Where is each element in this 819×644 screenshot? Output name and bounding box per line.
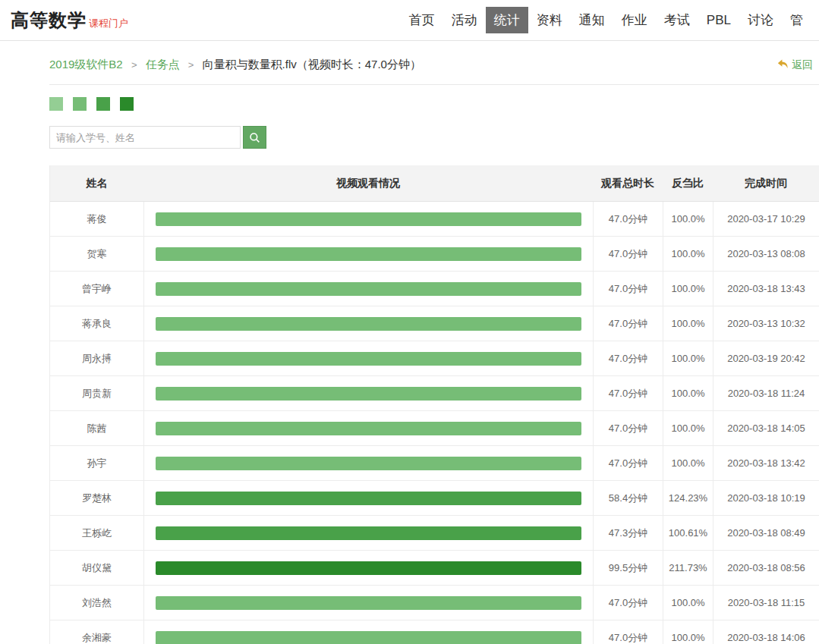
watch-duration: 47.0分钟 [593, 341, 663, 375]
table-header: 姓名视频观看情况观看总时长反刍比完成时间 [50, 165, 819, 202]
progress-bar [156, 492, 581, 505]
table-row: 蒋俊47.0分钟100.0%2020-03-17 10:29 [50, 202, 819, 237]
student-name: 周永搏 [50, 341, 143, 375]
completion-time: 2020-03-17 10:29 [713, 202, 819, 236]
breadcrumb-section-link[interactable]: 任务点 [146, 58, 180, 71]
table-row: 胡仪黛99.5分钟211.73%2020-03-18 08:56 [50, 551, 819, 586]
progress-bar [156, 247, 581, 261]
table-row: 王栎屹47.3分钟100.61%2020-03-18 08:49 [50, 516, 819, 551]
nav-item[interactable]: 首页 [401, 7, 443, 33]
rumination-ratio: 100.0% [663, 411, 713, 445]
search-bar [49, 126, 819, 149]
column-header: 反刍比 [663, 177, 713, 190]
student-name: 曾宇峥 [50, 272, 143, 306]
watch-progress-cell [143, 237, 593, 271]
student-name: 蒋俊 [50, 202, 143, 236]
completion-time: 2020-03-18 13:43 [713, 272, 819, 306]
progress-bar [156, 457, 581, 470]
watch-progress-cell [143, 341, 593, 375]
student-name: 贺寒 [50, 237, 143, 271]
completion-time: 2020-03-18 14:05 [713, 411, 819, 445]
progress-bar [156, 561, 581, 575]
nav-item[interactable]: 活动 [443, 7, 486, 33]
legend-swatch [73, 97, 87, 111]
watch-progress-cell [143, 202, 593, 236]
site-logo[interactable]: 高等数学 课程门户 [11, 8, 128, 33]
progress-legend [49, 97, 819, 111]
watch-duration: 47.0分钟 [593, 411, 663, 445]
watch-duration: 47.0分钟 [593, 620, 663, 644]
watch-duration: 47.0分钟 [593, 306, 663, 341]
table-row: 曾宇峥47.0分钟100.0%2020-03-18 13:43 [50, 272, 819, 306]
search-input[interactable] [49, 126, 241, 149]
watch-duration: 58.4分钟 [593, 481, 663, 515]
progress-bar [156, 212, 581, 226]
back-arrow-icon [777, 58, 789, 72]
watch-progress-cell [143, 411, 593, 445]
breadcrumb-trail: 2019级软件B2 > 任务点 > 向量积与数量积.flv（视频时长：47.0分… [49, 58, 421, 72]
breadcrumb: 2019级软件B2 > 任务点 > 向量积与数量积.flv（视频时长：47.0分… [49, 41, 819, 85]
table-row: 周贵新47.0分钟100.0%2020-03-18 11:24 [50, 376, 819, 411]
table-row: 周永搏47.0分钟100.0%2020-03-19 20:42 [50, 341, 819, 376]
watch-duration: 47.0分钟 [593, 446, 663, 480]
watch-duration: 47.0分钟 [593, 237, 663, 271]
table-row: 孙宇47.0分钟100.0%2020-03-18 13:42 [50, 446, 819, 481]
table-row: 余湘豪47.0分钟100.0%2020-03-18 14:06 [50, 620, 819, 644]
completion-time: 2020-03-18 10:19 [713, 481, 819, 515]
nav-item[interactable]: 通知 [571, 7, 613, 33]
rumination-ratio: 100.0% [663, 272, 713, 306]
student-name: 王栎屹 [50, 516, 143, 550]
column-header: 姓名 [50, 177, 143, 190]
completion-time: 2020-03-18 08:56 [713, 551, 819, 585]
completion-time: 2020-03-18 14:06 [713, 620, 819, 644]
watch-progress-cell [143, 306, 593, 341]
nav-item[interactable]: PBL [698, 8, 739, 33]
search-button[interactable] [243, 126, 266, 149]
nav-item[interactable]: 作业 [613, 7, 656, 33]
legend-swatch [120, 97, 134, 111]
completion-time: 2020-03-18 11:24 [713, 376, 819, 410]
table-row: 罗楚林58.4分钟124.23%2020-03-18 10:19 [50, 481, 819, 516]
rumination-ratio: 124.23% [663, 481, 713, 515]
table-row: 陈茜47.0分钟100.0%2020-03-18 14:05 [50, 411, 819, 446]
watch-progress-cell [143, 620, 593, 644]
watch-progress-cell [143, 551, 593, 585]
top-nav: 首页活动统计资料通知作业考试PBL讨论管 [401, 7, 811, 33]
watch-progress-cell [143, 586, 593, 620]
nav-item[interactable]: 资料 [528, 7, 571, 33]
watch-duration: 47.0分钟 [593, 376, 663, 410]
progress-bar [156, 596, 581, 610]
nav-item[interactable]: 统计 [486, 7, 528, 33]
legend-swatch [96, 97, 110, 111]
breadcrumb-class-link[interactable]: 2019级软件B2 [49, 58, 123, 71]
column-header: 完成时间 [713, 177, 819, 190]
back-button[interactable]: 返回 [777, 58, 813, 72]
nav-item[interactable]: 管 [782, 7, 811, 33]
student-name: 孙宇 [50, 446, 143, 480]
progress-bar [156, 387, 581, 401]
student-name: 周贵新 [50, 376, 143, 410]
completion-time: 2020-03-18 13:42 [713, 446, 819, 480]
rumination-ratio: 211.73% [663, 551, 713, 585]
table-body: 蒋俊47.0分钟100.0%2020-03-17 10:29贺寒47.0分钟10… [50, 202, 819, 644]
watch-progress-cell [143, 481, 593, 515]
main-content: 2019级软件B2 > 任务点 > 向量积与数量积.flv（视频时长：47.0分… [49, 41, 819, 644]
progress-bar [156, 282, 581, 296]
completion-time: 2020-03-13 10:32 [713, 306, 819, 341]
nav-item[interactable]: 讨论 [739, 7, 782, 33]
rumination-ratio: 100.0% [663, 341, 713, 375]
student-name: 余湘豪 [50, 620, 143, 644]
top-header: 高等数学 课程门户 首页活动统计资料通知作业考试PBL讨论管 [0, 0, 819, 41]
watch-duration: 47.0分钟 [593, 202, 663, 236]
column-header: 视频观看情况 [143, 177, 593, 190]
student-name: 胡仪黛 [50, 551, 143, 585]
nav-item[interactable]: 考试 [656, 7, 698, 33]
column-header: 观看总时长 [593, 177, 663, 190]
rumination-ratio: 100.0% [663, 202, 713, 236]
completion-time: 2020-03-13 08:08 [713, 237, 819, 271]
watch-duration: 47.3分钟 [593, 516, 663, 550]
progress-bar [156, 526, 581, 540]
legend-swatch [49, 97, 63, 111]
student-name: 陈茜 [50, 411, 143, 445]
watch-progress-cell [143, 376, 593, 410]
